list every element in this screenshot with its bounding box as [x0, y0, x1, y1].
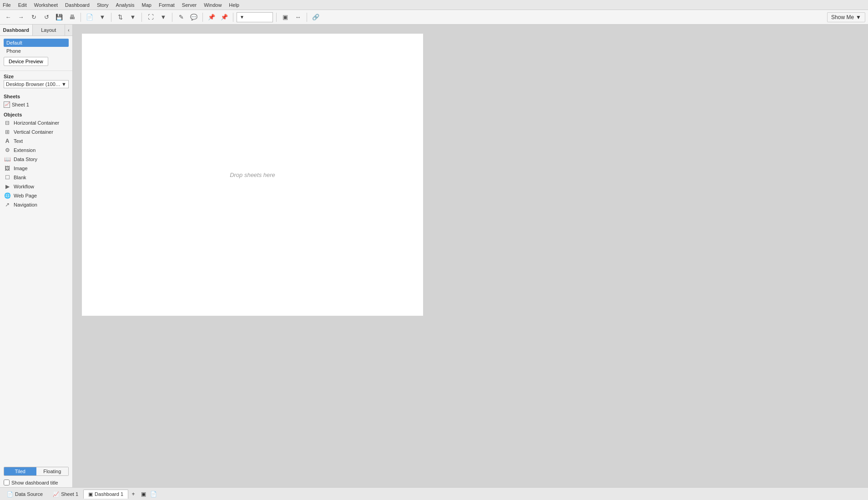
size-dropdown[interactable]: Desktop Browser (1000 x 8... ▼ [4, 80, 69, 88]
canvas-area: Drop sheets here [73, 25, 431, 487]
size-value: Desktop Browser (1000 x 8... [6, 81, 61, 87]
layout-toggle: Tiled Floating [4, 467, 69, 476]
sep4 [172, 13, 172, 22]
menu-window[interactable]: Window [203, 2, 222, 8]
workflow-label: Workflow [14, 184, 34, 189]
tiled-button[interactable]: Tiled [4, 467, 36, 475]
new-dashboard-button[interactable]: ▣ [138, 489, 148, 499]
status-tab-dashboard1[interactable]: ▣ Dashboard 1 [83, 490, 128, 499]
objects-list: ⊟ Horizontal Container ⊞ Vertical Contai… [0, 118, 72, 465]
object-navigation[interactable]: ↗ Navigation [0, 200, 72, 209]
menu-worksheet[interactable]: Worksheet [33, 2, 59, 8]
new-story-button[interactable]: 📄 [148, 489, 158, 499]
size-label: Size [0, 71, 72, 80]
device-phone[interactable]: Phone [4, 47, 69, 55]
menu-dashboard[interactable]: Dashboard [64, 2, 91, 8]
sep6 [233, 13, 233, 22]
object-image[interactable]: 🖼 Image [0, 164, 72, 173]
show-dashboard-title-checkbox[interactable] [4, 480, 10, 485]
object-horizontal-container[interactable]: ⊟ Horizontal Container [0, 118, 72, 127]
fit-button[interactable]: ⛶ [145, 12, 156, 23]
menu-server[interactable]: Server [181, 2, 197, 8]
dropdown-btn3[interactable]: ▼ [158, 12, 169, 23]
tab-layout[interactable]: Layout [33, 25, 66, 35]
show-dashboard-title-label: Show dashboard title [11, 480, 58, 485]
menu-edit[interactable]: Edit [17, 2, 28, 8]
dropdown-btn2[interactable]: ▼ [127, 12, 138, 23]
object-vertical-container[interactable]: ⊞ Vertical Container [0, 127, 72, 136]
sheet1-item[interactable]: 📈 Sheet 1 [0, 100, 72, 109]
tooltip-btn[interactable]: 💬 [188, 12, 199, 23]
menu-help[interactable]: Help [228, 2, 240, 8]
sheets-section: Sheets 📈 Sheet 1 [0, 91, 72, 109]
status-bar: 📄 Data Source 📈 Sheet 1 ▣ Dashboard 1 + … [0, 487, 868, 500]
web-page-icon: 🌐 [4, 192, 11, 199]
sep1 [81, 13, 81, 22]
back-button[interactable]: ← [3, 12, 14, 23]
share-button[interactable]: 🔗 [310, 12, 321, 23]
datasource-icon: 📄 [7, 491, 13, 497]
highlight-btn[interactable]: ✎ [176, 12, 187, 23]
forward-button[interactable]: → [15, 12, 26, 23]
tab-dashboard[interactable]: Dashboard [0, 25, 33, 35]
redo-button[interactable]: ↺ [41, 12, 52, 23]
panel-collapse-arrow[interactable]: ‹ [65, 25, 72, 35]
fix-button[interactable]: 📌 [206, 12, 217, 23]
data-story-label: Data Story [14, 157, 37, 162]
undo-button[interactable]: ↻ [28, 12, 39, 23]
swap-button[interactable]: ⇅ [115, 12, 126, 23]
menu-bar: File Edit Worksheet Dashboard Story Anal… [0, 0, 868, 10]
status-tab-sheet1[interactable]: 📈 Sheet 1 [48, 490, 83, 499]
save-button[interactable]: 💾 [54, 12, 65, 23]
sep2 [111, 13, 111, 22]
show-me-label: Show Me [831, 14, 854, 20]
text-icon: A [4, 138, 11, 144]
drop-hint: Drop sheets here [230, 172, 275, 178]
show-dashboard-title-section: Show dashboard title [0, 478, 72, 487]
new-datasource-button[interactable]: 📄 [84, 12, 95, 23]
dropdown-btn1[interactable]: ▼ [97, 12, 108, 23]
sep8 [307, 13, 307, 22]
object-web-page[interactable]: 🌐 Web Page [0, 191, 72, 200]
size-section: Size Desktop Browser (1000 x 8... ▼ [0, 71, 72, 91]
object-extension[interactable]: ⚙ Extension [0, 146, 72, 155]
menu-format[interactable]: Format [158, 2, 176, 8]
status-tab-datasource[interactable]: 📄 Data Source [2, 490, 48, 499]
grid-button[interactable]: ▣ [280, 12, 291, 23]
sep7 [276, 13, 277, 22]
main-layout: Dashboard Layout ‹ Default Phone Device … [0, 25, 868, 487]
object-workflow[interactable]: ▶ Workflow [0, 182, 72, 191]
device-preview-button[interactable]: Device Preview [4, 57, 48, 66]
object-text[interactable]: A Text [0, 136, 72, 146]
extension-label: Extension [14, 147, 35, 153]
color-dropdown[interactable]: ▼ [237, 12, 273, 22]
add-sheet-button[interactable]: + [128, 489, 138, 499]
data-story-icon: 📖 [4, 156, 11, 162]
web-page-label: Web Page [14, 193, 37, 198]
sep3 [141, 13, 142, 22]
object-blank[interactable]: ☐ Blank [0, 173, 72, 182]
workflow-icon: ▶ [4, 183, 11, 190]
print-button[interactable]: 🖶 [66, 12, 77, 23]
sep5 [202, 13, 203, 22]
objects-label: Objects [0, 109, 72, 118]
image-icon: 🖼 [4, 165, 11, 172]
vertical-container-label: Vertical Container [14, 129, 53, 135]
menu-story[interactable]: Story [96, 2, 110, 8]
sheet1-icon: 📈 [4, 101, 10, 108]
show-me-button[interactable]: Show Me ▼ [827, 12, 865, 22]
device-default[interactable]: Default [4, 39, 69, 47]
dashboard1-icon: ▣ [88, 491, 93, 497]
menu-analysis[interactable]: Analysis [115, 2, 136, 8]
dashboard1-label: Dashboard 1 [95, 491, 123, 497]
menu-map[interactable]: Map [141, 2, 152, 8]
object-data-story[interactable]: 📖 Data Story [0, 155, 72, 164]
floating-button[interactable]: Floating [36, 467, 69, 475]
pin-button[interactable]: 📌 [219, 12, 230, 23]
left-panel: Dashboard Layout ‹ Default Phone Device … [0, 25, 73, 487]
fit-width-button[interactable]: ↔ [293, 12, 303, 23]
sheet1-status-icon: 📈 [53, 491, 59, 497]
show-me-icon: ▼ [856, 14, 861, 20]
menu-file[interactable]: File [2, 2, 12, 8]
canvas-board[interactable]: Drop sheets here [82, 34, 423, 316]
